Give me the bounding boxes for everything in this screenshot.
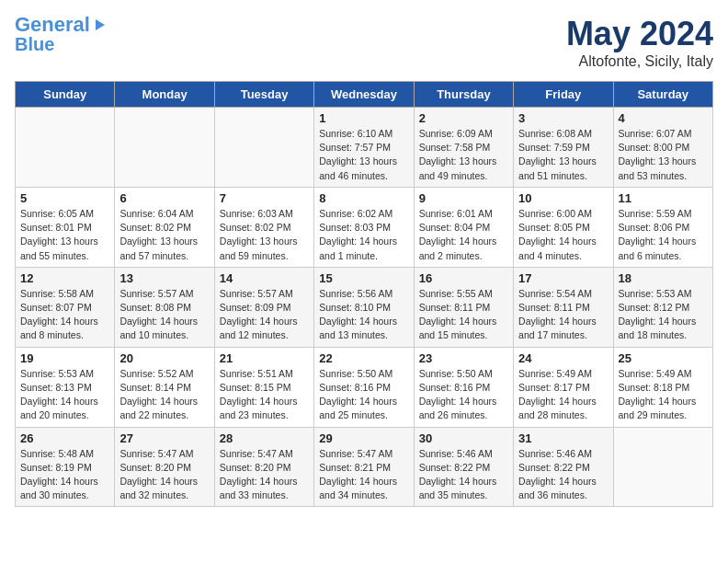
calendar-cell: 11Sunrise: 5:59 AM Sunset: 8:06 PM Dayli… <box>613 187 712 267</box>
calendar-cell: 18Sunrise: 5:53 AM Sunset: 8:12 PM Dayli… <box>613 267 712 347</box>
day-number: 9 <box>419 191 508 205</box>
logo-arrow-icon <box>92 17 108 33</box>
calendar-cell: 30Sunrise: 5:46 AM Sunset: 8:22 PM Dayli… <box>414 427 513 507</box>
day-number: 25 <box>619 351 708 365</box>
calendar-cell: 8Sunrise: 6:02 AM Sunset: 8:03 PM Daylig… <box>314 187 414 267</box>
day-number: 2 <box>419 111 508 125</box>
calendar-cell: 5Sunrise: 6:05 AM Sunset: 8:01 PM Daylig… <box>16 187 115 267</box>
day-number: 3 <box>518 111 608 125</box>
svg-marker-0 <box>96 19 105 30</box>
calendar-cell: 9Sunrise: 6:01 AM Sunset: 8:04 PM Daylig… <box>414 187 513 267</box>
calendar-cell: 16Sunrise: 5:55 AM Sunset: 8:11 PM Dayli… <box>414 267 513 347</box>
day-detail: Sunrise: 5:58 AM Sunset: 8:07 PM Dayligh… <box>20 287 109 343</box>
weekday-header-saturday: Saturday <box>613 82 712 108</box>
logo-text: General <box>15 15 90 35</box>
calendar-cell: 12Sunrise: 5:58 AM Sunset: 8:07 PM Dayli… <box>16 267 115 347</box>
calendar-cell: 27Sunrise: 5:47 AM Sunset: 8:20 PM Dayli… <box>115 427 214 507</box>
day-number: 8 <box>319 191 408 205</box>
day-number: 4 <box>619 111 708 125</box>
day-detail: Sunrise: 5:51 AM Sunset: 8:15 PM Dayligh… <box>220 367 309 423</box>
weekday-header-thursday: Thursday <box>414 82 513 108</box>
day-detail: Sunrise: 6:02 AM Sunset: 8:03 PM Dayligh… <box>319 207 408 263</box>
day-detail: Sunrise: 6:08 AM Sunset: 7:59 PM Dayligh… <box>518 127 608 183</box>
day-detail: Sunrise: 5:53 AM Sunset: 8:13 PM Dayligh… <box>20 367 109 423</box>
logo-general: General <box>15 13 90 36</box>
day-detail: Sunrise: 5:48 AM Sunset: 8:19 PM Dayligh… <box>20 447 109 503</box>
day-detail: Sunrise: 5:59 AM Sunset: 8:06 PM Dayligh… <box>619 207 708 263</box>
day-detail: Sunrise: 5:54 AM Sunset: 8:11 PM Dayligh… <box>518 287 608 343</box>
day-number: 29 <box>319 431 408 445</box>
day-detail: Sunrise: 5:46 AM Sunset: 8:22 PM Dayligh… <box>518 447 608 503</box>
calendar-cell <box>613 427 712 507</box>
calendar-cell: 2Sunrise: 6:09 AM Sunset: 7:58 PM Daylig… <box>414 108 513 188</box>
weekday-header-wednesday: Wednesday <box>314 82 414 108</box>
day-number: 13 <box>119 271 209 285</box>
calendar-cell: 21Sunrise: 5:51 AM Sunset: 8:15 PM Dayli… <box>214 347 313 427</box>
day-detail: Sunrise: 6:00 AM Sunset: 8:05 PM Dayligh… <box>518 207 608 263</box>
calendar-cell: 13Sunrise: 5:57 AM Sunset: 8:08 PM Dayli… <box>115 267 214 347</box>
day-number: 5 <box>20 191 109 205</box>
day-number: 30 <box>419 431 508 445</box>
calendar-week-2: 5Sunrise: 6:05 AM Sunset: 8:01 PM Daylig… <box>16 187 713 267</box>
day-detail: Sunrise: 6:01 AM Sunset: 8:04 PM Dayligh… <box>419 207 508 263</box>
day-number: 26 <box>20 431 109 445</box>
day-detail: Sunrise: 5:47 AM Sunset: 8:21 PM Dayligh… <box>319 447 408 503</box>
day-detail: Sunrise: 5:46 AM Sunset: 8:22 PM Dayligh… <box>419 447 508 503</box>
day-number: 17 <box>518 271 608 285</box>
calendar-cell: 1Sunrise: 6:10 AM Sunset: 7:57 PM Daylig… <box>314 108 414 188</box>
day-detail: Sunrise: 6:05 AM Sunset: 8:01 PM Dayligh… <box>20 207 109 263</box>
day-number: 1 <box>319 111 408 125</box>
day-detail: Sunrise: 5:57 AM Sunset: 8:09 PM Dayligh… <box>220 287 309 343</box>
day-number: 22 <box>319 351 408 365</box>
day-detail: Sunrise: 5:47 AM Sunset: 8:20 PM Dayligh… <box>119 447 209 503</box>
calendar-cell: 10Sunrise: 6:00 AM Sunset: 8:05 PM Dayli… <box>514 187 613 267</box>
calendar-table: SundayMondayTuesdayWednesdayThursdayFrid… <box>15 81 713 507</box>
weekday-header-row: SundayMondayTuesdayWednesdayThursdayFrid… <box>16 82 713 108</box>
day-detail: Sunrise: 6:07 AM Sunset: 8:00 PM Dayligh… <box>619 127 708 183</box>
calendar-cell <box>115 108 214 188</box>
title-area: May 2024 Altofonte, Sicily, Italy <box>566 15 713 70</box>
calendar-cell: 26Sunrise: 5:48 AM Sunset: 8:19 PM Dayli… <box>16 427 115 507</box>
day-number: 11 <box>619 191 708 205</box>
calendar-week-4: 19Sunrise: 5:53 AM Sunset: 8:13 PM Dayli… <box>16 347 713 427</box>
day-detail: Sunrise: 5:56 AM Sunset: 8:10 PM Dayligh… <box>319 287 408 343</box>
day-number: 21 <box>220 351 309 365</box>
day-number: 31 <box>518 431 608 445</box>
day-number: 10 <box>518 191 608 205</box>
calendar-week-5: 26Sunrise: 5:48 AM Sunset: 8:19 PM Dayli… <box>16 427 713 507</box>
calendar-cell: 25Sunrise: 5:49 AM Sunset: 8:18 PM Dayli… <box>613 347 712 427</box>
location: Altofonte, Sicily, Italy <box>566 53 713 70</box>
day-number: 20 <box>119 351 209 365</box>
calendar-cell: 20Sunrise: 5:52 AM Sunset: 8:14 PM Dayli… <box>115 347 214 427</box>
weekday-header-monday: Monday <box>115 82 214 108</box>
day-number: 12 <box>20 271 109 285</box>
calendar-week-1: 1Sunrise: 6:10 AM Sunset: 7:57 PM Daylig… <box>16 108 713 188</box>
day-detail: Sunrise: 6:03 AM Sunset: 8:02 PM Dayligh… <box>220 207 309 263</box>
day-number: 23 <box>419 351 508 365</box>
day-detail: Sunrise: 5:53 AM Sunset: 8:12 PM Dayligh… <box>619 287 708 343</box>
calendar-week-3: 12Sunrise: 5:58 AM Sunset: 8:07 PM Dayli… <box>16 267 713 347</box>
weekday-header-tuesday: Tuesday <box>214 82 313 108</box>
calendar-cell: 6Sunrise: 6:04 AM Sunset: 8:02 PM Daylig… <box>115 187 214 267</box>
day-number: 28 <box>220 431 309 445</box>
day-number: 6 <box>119 191 209 205</box>
day-detail: Sunrise: 5:49 AM Sunset: 8:18 PM Dayligh… <box>619 367 708 423</box>
month-title: May 2024 <box>566 15 713 53</box>
calendar-cell: 28Sunrise: 5:47 AM Sunset: 8:20 PM Dayli… <box>214 427 313 507</box>
calendar-cell: 7Sunrise: 6:03 AM Sunset: 8:02 PM Daylig… <box>214 187 313 267</box>
calendar-cell: 15Sunrise: 5:56 AM Sunset: 8:10 PM Dayli… <box>314 267 414 347</box>
calendar-cell: 24Sunrise: 5:49 AM Sunset: 8:17 PM Dayli… <box>514 347 613 427</box>
day-detail: Sunrise: 5:55 AM Sunset: 8:11 PM Dayligh… <box>419 287 508 343</box>
calendar-cell: 31Sunrise: 5:46 AM Sunset: 8:22 PM Dayli… <box>514 427 613 507</box>
logo-blue: Blue <box>15 35 54 53</box>
day-detail: Sunrise: 6:10 AM Sunset: 7:57 PM Dayligh… <box>319 127 408 183</box>
calendar-cell: 3Sunrise: 6:08 AM Sunset: 7:59 PM Daylig… <box>514 108 613 188</box>
weekday-header-friday: Friday <box>514 82 613 108</box>
weekday-header-sunday: Sunday <box>16 82 115 108</box>
day-number: 14 <box>220 271 309 285</box>
day-detail: Sunrise: 5:50 AM Sunset: 8:16 PM Dayligh… <box>419 367 508 423</box>
calendar-cell <box>16 108 115 188</box>
calendar-cell: 19Sunrise: 5:53 AM Sunset: 8:13 PM Dayli… <box>16 347 115 427</box>
calendar-cell: 29Sunrise: 5:47 AM Sunset: 8:21 PM Dayli… <box>314 427 414 507</box>
calendar-cell: 14Sunrise: 5:57 AM Sunset: 8:09 PM Dayli… <box>214 267 313 347</box>
